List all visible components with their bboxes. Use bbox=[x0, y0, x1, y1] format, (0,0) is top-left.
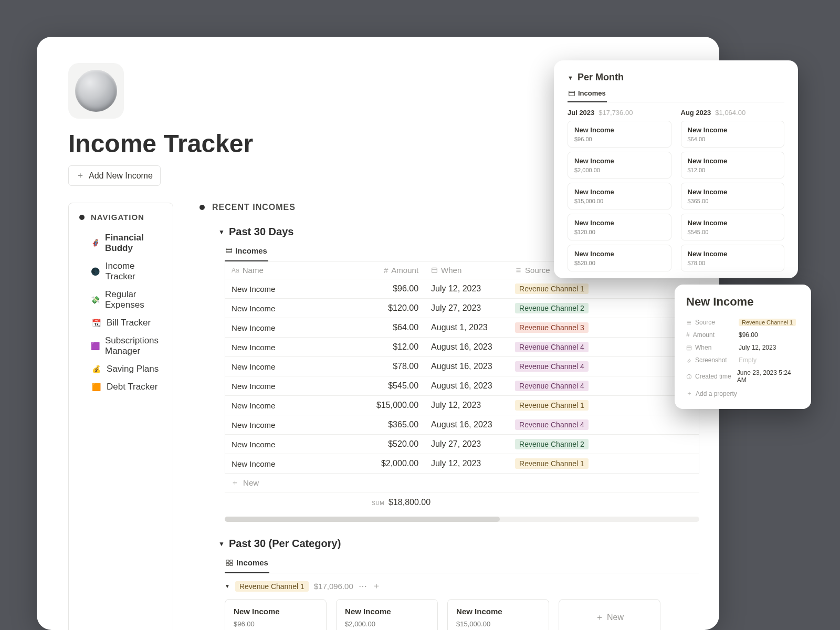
table-row[interactable]: New Income$545.00August 16, 2023Revenue … bbox=[225, 376, 699, 396]
month-income-card[interactable]: New Income$520.00 bbox=[568, 245, 671, 271]
add-new-income-button[interactable]: ＋ Add New Income bbox=[68, 165, 161, 186]
cell-amount: $520.00 bbox=[356, 435, 425, 454]
cell-when: August 16, 2023 bbox=[425, 338, 509, 356]
plus-icon[interactable]: ＋ bbox=[372, 581, 381, 592]
month-income-card[interactable]: New Income$64.00 bbox=[681, 121, 785, 148]
income-card[interactable]: New Income$15,000.00 bbox=[447, 599, 549, 630]
plus-icon: ＋ bbox=[595, 612, 604, 623]
month-column-header[interactable]: Jul 2023$17,736.00 bbox=[568, 109, 671, 117]
detail-row-when[interactable]: When July 12, 2023 bbox=[686, 341, 800, 354]
card-amount: $78.00 bbox=[688, 260, 778, 266]
nav-item-icon: 💰 bbox=[91, 364, 101, 374]
toggle-past-30-per-category[interactable]: ▼ Past 30 (Per Category) bbox=[218, 538, 699, 550]
col-name[interactable]: AaName bbox=[225, 261, 356, 279]
table-view-icon bbox=[569, 90, 575, 97]
cell-source: Revenue Channel 4 bbox=[509, 338, 614, 356]
cell-screenshot bbox=[614, 454, 687, 473]
month-income-card[interactable]: New Income$78.00 bbox=[681, 245, 785, 271]
source-tag: Revenue Channel 1 bbox=[515, 284, 589, 294]
hash-icon: # bbox=[384, 266, 388, 275]
month-column-header[interactable]: Aug 2023$1,064.00 bbox=[681, 109, 785, 117]
month-income-card[interactable]: New Income$2,000.00 bbox=[568, 152, 671, 178]
sidebar-item-label: Bill Tracker bbox=[107, 318, 151, 328]
toggle-per-month[interactable]: ▼ Per Month bbox=[568, 72, 784, 83]
plus-icon: ＋ bbox=[686, 389, 692, 398]
nav-item-icon: 🟧 bbox=[91, 382, 101, 392]
source-tag: Revenue Channel 4 bbox=[515, 361, 589, 372]
cell-amount: $96.00 bbox=[356, 279, 425, 298]
col-amount[interactable]: #Amount bbox=[356, 261, 425, 279]
month-column: Aug 2023$1,064.00New Income$64.00New Inc… bbox=[681, 109, 785, 276]
table-row[interactable]: New Income$12.00August 16, 2023Revenue C… bbox=[225, 338, 699, 357]
card-title: New Income bbox=[574, 219, 665, 227]
table-row[interactable]: New Income$2,000.00July 12, 2023Revenue … bbox=[225, 454, 699, 474]
cell-amount: $2,000.00 bbox=[356, 454, 425, 473]
sum-row: SUM $18,800.00 bbox=[225, 492, 699, 512]
add-row-button[interactable]: ＋ New bbox=[225, 474, 699, 492]
month-income-card[interactable]: New Income$96.00 bbox=[568, 121, 671, 148]
cell-name: New Income bbox=[225, 454, 356, 473]
navigation-box: NAVIGATION 🦸Financial Buddy🌑Income Track… bbox=[68, 203, 173, 630]
table-row[interactable]: New Income$64.00August 1, 2023Revenue Ch… bbox=[225, 318, 699, 338]
detail-row-source[interactable]: Source Revenue Channel 1 bbox=[686, 316, 800, 329]
tab-incomes[interactable]: Incomes bbox=[225, 243, 268, 261]
sidebar-item-0[interactable]: 🦸Financial Buddy bbox=[89, 229, 162, 257]
cell-source: Revenue Channel 1 bbox=[509, 454, 614, 473]
calendar-icon bbox=[431, 267, 438, 274]
cell-amount: $365.00 bbox=[356, 415, 425, 434]
table-row[interactable]: New Income$78.00August 16, 2023Revenue C… bbox=[225, 357, 699, 376]
sidebar-item-label: Subscriptions Manager bbox=[105, 335, 160, 356]
sidebar-item-3[interactable]: 📆Bill Tracker bbox=[89, 314, 162, 332]
month-income-card[interactable]: New Income$15,000.00 bbox=[568, 183, 671, 209]
scrollbar-thumb[interactable] bbox=[225, 517, 500, 522]
card-amount: $96.00 bbox=[574, 136, 665, 142]
table-row[interactable]: New Income$15,000.00July 12, 2023Revenue… bbox=[225, 396, 699, 415]
table-row[interactable]: New Income$96.00July 12, 2023Revenue Cha… bbox=[225, 279, 699, 299]
horizontal-scrollbar[interactable] bbox=[225, 517, 699, 522]
bullet-icon bbox=[200, 205, 205, 210]
add-card-button[interactable]: ＋New bbox=[559, 599, 660, 630]
svg-rect-3 bbox=[432, 268, 437, 272]
nav-item-icon: 📆 bbox=[91, 318, 101, 328]
table-row[interactable]: New Income$365.00August 16, 2023Revenue … bbox=[225, 415, 699, 435]
detail-row-amount[interactable]: #Amount $96.00 bbox=[686, 329, 800, 341]
month-income-card[interactable]: New Income$120.00 bbox=[568, 214, 671, 240]
cell-amount: $78.00 bbox=[356, 357, 425, 376]
more-icon[interactable]: ⋯ bbox=[359, 581, 367, 591]
month-income-card[interactable]: New Income$12.00 bbox=[681, 152, 785, 178]
col-when[interactable]: When bbox=[425, 261, 509, 279]
detail-row-screenshot[interactable]: Screenshot Empty bbox=[686, 354, 800, 366]
detail-title[interactable]: New Income bbox=[686, 295, 800, 309]
sidebar-item-label: Regular Expenses bbox=[105, 289, 160, 310]
card-amount: $120.00 bbox=[574, 229, 665, 235]
sidebar-item-4[interactable]: 🟪Subscriptions Manager bbox=[89, 332, 162, 360]
page-icon[interactable] bbox=[68, 63, 124, 119]
tab-incomes-month[interactable]: Incomes bbox=[568, 87, 607, 102]
income-card[interactable]: New Income$2,000.00 bbox=[336, 599, 438, 630]
tab-incomes-board[interactable]: Incomes bbox=[225, 555, 269, 573]
cell-source: Revenue Channel 1 bbox=[509, 396, 614, 415]
source-tag: Revenue Channel 1 bbox=[515, 458, 589, 469]
card-amount: $15,000.00 bbox=[456, 620, 540, 628]
table-row[interactable]: New Income$520.00July 27, 2023Revenue Ch… bbox=[225, 435, 699, 454]
table-row[interactable]: New Income$120.00July 27, 2023Revenue Ch… bbox=[225, 299, 699, 318]
sidebar-item-5[interactable]: 💰Saving Plans bbox=[89, 360, 162, 378]
sum-label: SUM bbox=[372, 500, 384, 506]
month-income-card[interactable]: New Income$365.00 bbox=[681, 183, 785, 209]
detail-row-created[interactable]: Created time June 23, 2023 5:24 AM bbox=[686, 366, 800, 386]
cell-source: Revenue Channel 1 bbox=[509, 279, 614, 298]
source-tag: Revenue Channel 4 bbox=[515, 381, 589, 391]
month-income-card[interactable]: New Income$545.00 bbox=[681, 214, 785, 240]
add-property-button[interactable]: ＋Add a property bbox=[686, 386, 800, 401]
income-card[interactable]: New Income$96.00 bbox=[225, 599, 327, 630]
sidebar-item-1[interactable]: 🌑Income Tracker bbox=[89, 257, 162, 286]
group-header[interactable]: ▼ Revenue Channel 1 $17,096.00 ⋯ ＋ bbox=[225, 581, 699, 592]
month-total: $17,736.00 bbox=[598, 109, 633, 117]
sidebar-item-2[interactable]: 💸Regular Expenses bbox=[89, 286, 162, 314]
cell-source: Revenue Channel 2 bbox=[509, 299, 614, 318]
cell-when: August 16, 2023 bbox=[425, 357, 509, 376]
card-title: New Income bbox=[688, 219, 778, 227]
nav-item-icon: 💸 bbox=[91, 295, 100, 305]
sidebar-item-6[interactable]: 🟧Debt Tracker bbox=[89, 378, 162, 396]
card-title: New Income bbox=[574, 188, 665, 196]
